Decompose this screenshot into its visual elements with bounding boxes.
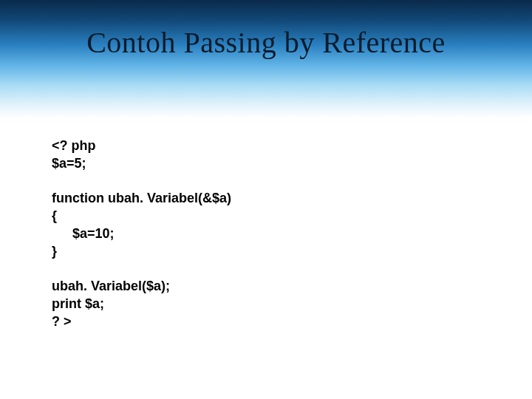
slide-body: <? php $a=5; function ubah. Variabel(&$a… bbox=[52, 137, 488, 347]
code-line: function ubah. Variabel(&$a) bbox=[52, 189, 488, 207]
code-line: <? php bbox=[52, 137, 488, 154]
code-line: $a=10; bbox=[52, 225, 488, 242]
code-line: { bbox=[52, 207, 488, 225]
slide-title: Contoh Passing by Reference bbox=[0, 25, 532, 60]
code-line: print $a; bbox=[52, 295, 488, 313]
slide: Contoh Passing by Reference <? php $a=5;… bbox=[0, 0, 532, 399]
code-line: } bbox=[52, 242, 488, 260]
code-line: ? > bbox=[52, 313, 488, 330]
code-block-function: function ubah. Variabel(&$a) { $a=10; } bbox=[52, 189, 488, 261]
code-line: ubah. Variabel($a); bbox=[52, 277, 488, 295]
code-block-call: ubah. Variabel($a); print $a; ? > bbox=[52, 277, 488, 331]
code-block-open: <? php $a=5; bbox=[52, 137, 488, 173]
code-line: $a=5; bbox=[52, 154, 488, 172]
